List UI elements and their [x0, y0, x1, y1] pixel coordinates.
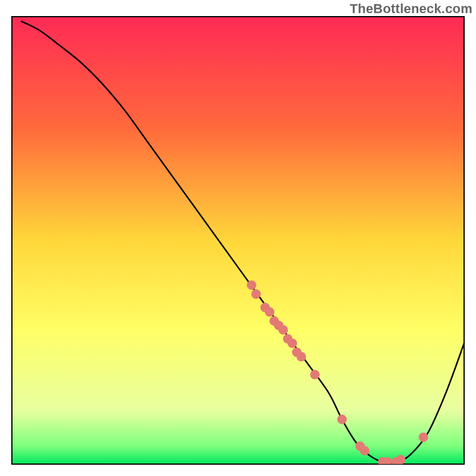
watermark-text: TheBottleneck.com	[350, 1, 472, 17]
scatter-point	[419, 433, 428, 442]
bottleneck-chart	[0, 0, 476, 476]
scatter-point	[310, 370, 320, 380]
scatter-point	[247, 280, 256, 290]
scatter-point	[265, 307, 274, 317]
scatter-point	[337, 415, 347, 424]
scatter-point	[383, 457, 392, 466]
scatter-point	[396, 455, 406, 464]
chart-container: TheBottleneck.com	[0, 0, 476, 476]
scatter-point	[251, 289, 261, 299]
plot-background	[12, 17, 464, 464]
scatter-point	[287, 339, 297, 348]
scatter-point	[278, 325, 288, 334]
scatter-point	[360, 446, 369, 455]
scatter-point	[296, 352, 306, 362]
